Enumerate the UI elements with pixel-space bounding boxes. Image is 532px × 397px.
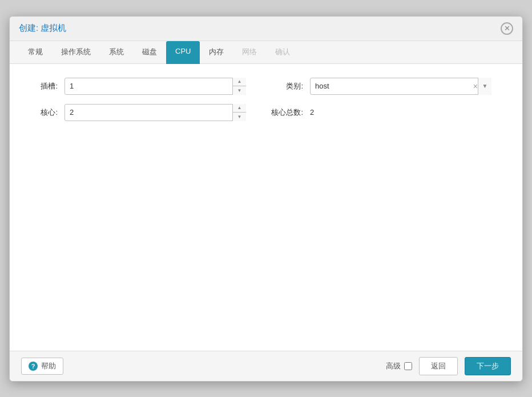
help-label: 帮助	[41, 361, 56, 371]
cores-spinbox-arrows: ▲ ▼	[232, 104, 246, 121]
slots-row: 插槽: ▲ ▼	[23, 78, 246, 95]
help-icon: ?	[29, 362, 38, 371]
tab-general[interactable]: 常规	[19, 41, 52, 64]
spin-down-icon: ▼	[237, 88, 242, 93]
help-button[interactable]: ? 帮助	[21, 358, 63, 375]
tab-system[interactable]: 系统	[100, 41, 133, 64]
tab-bar: 常规 操作系统 系统 磁盘 CPU 内存 网络 确认	[10, 41, 522, 64]
chevron-down-icon: ▼	[482, 83, 488, 89]
total-cores-value: 2	[310, 108, 314, 117]
slots-input[interactable]	[65, 78, 246, 95]
spin-up-icon: ▲	[237, 79, 242, 84]
dialog-title: 创建: 虚拟机	[19, 23, 66, 34]
cores-spin-down[interactable]: ▼	[233, 113, 246, 121]
spin-down-icon-2: ▼	[237, 114, 242, 119]
dialog-header: 创建: 虚拟机 ✕	[10, 17, 522, 41]
back-button[interactable]: 返回	[419, 357, 458, 375]
slots-spinbox-arrows: ▲ ▼	[232, 78, 246, 95]
advanced-label: 高级	[386, 361, 401, 371]
tab-network: 网络	[233, 41, 266, 64]
tab-confirm: 确认	[266, 41, 299, 64]
slots-spin-up[interactable]: ▲	[233, 78, 246, 87]
question-mark: ?	[31, 363, 35, 370]
next-button[interactable]: 下一步	[465, 357, 511, 375]
slots-control: ▲ ▼	[65, 78, 246, 95]
advanced-wrap: 高级	[386, 361, 412, 371]
category-clear-icon[interactable]: ×	[473, 82, 478, 91]
cpu-form: 插槽: ▲ ▼ 类别:	[23, 78, 491, 121]
category-dropdown-icon[interactable]: ▼	[478, 78, 491, 95]
dialog-body: 插槽: ▲ ▼ 类别:	[10, 64, 522, 351]
tab-disk[interactable]: 磁盘	[133, 41, 166, 64]
total-cores-label: 核心总数:	[269, 107, 303, 118]
close-icon: ✕	[504, 25, 510, 32]
spin-up-icon-2: ▲	[237, 105, 242, 110]
dialog-footer: ? 帮助 高级 返回 下一步	[10, 351, 522, 381]
cores-input[interactable]	[65, 104, 246, 121]
slots-label: 插槽:	[23, 81, 58, 91]
category-input[interactable]	[310, 78, 491, 95]
cores-control: ▲ ▼	[65, 104, 246, 121]
category-label: 类别:	[269, 81, 303, 91]
category-control: × ▼	[310, 78, 491, 95]
tab-cpu[interactable]: CPU	[166, 41, 200, 64]
close-button[interactable]: ✕	[501, 22, 513, 35]
total-cores-row: 核心总数: 2	[269, 104, 491, 121]
tab-memory[interactable]: 内存	[200, 41, 233, 64]
cores-label: 核心:	[23, 107, 58, 118]
create-vm-dialog: 创建: 虚拟机 ✕ 常规 操作系统 系统 磁盘 CPU 内存 网络 确认 插槽:…	[9, 16, 523, 382]
footer-right: 高级 返回 下一步	[386, 357, 511, 375]
category-row: 类别: × ▼	[269, 78, 491, 95]
footer-left: ? 帮助	[21, 358, 63, 375]
tab-os[interactable]: 操作系统	[52, 41, 100, 64]
slots-spin-down[interactable]: ▼	[233, 86, 246, 95]
cores-row: 核心: ▲ ▼	[23, 104, 246, 121]
advanced-checkbox[interactable]	[404, 362, 412, 370]
cores-spin-up[interactable]: ▲	[233, 104, 246, 113]
